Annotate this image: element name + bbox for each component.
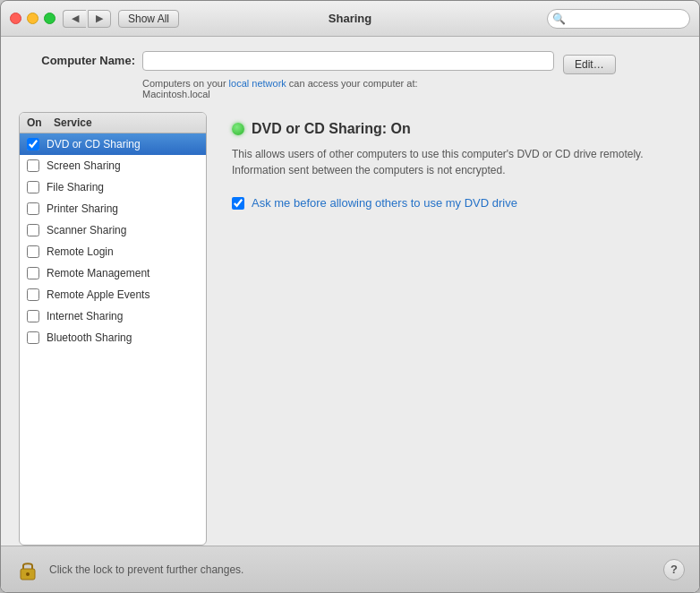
back-button[interactable]: ◀ xyxy=(63,10,86,28)
service-item[interactable]: Bluetooth Sharing xyxy=(20,327,206,348)
local-network-link[interactable]: local network xyxy=(229,78,286,89)
service-item[interactable]: File Sharing xyxy=(20,176,206,198)
hint-address: Macintosh.local xyxy=(142,89,210,99)
nav-buttons: ◀ ▶ xyxy=(63,10,111,28)
service-item[interactable]: Remote Login xyxy=(20,241,206,262)
service-item[interactable]: Remote Apple Events xyxy=(20,284,206,305)
detail-title-row: DVD or CD Sharing: On xyxy=(232,121,667,137)
service-item[interactable]: Screen Sharing xyxy=(20,155,206,176)
search-icon: 🔍 xyxy=(552,13,566,25)
hint-prefix: Computers on your xyxy=(142,78,229,89)
lock-text: Click the lock to prevent further change… xyxy=(49,563,663,576)
service-name-6: Remote Management xyxy=(47,267,149,279)
service-name-3: Printer Sharing xyxy=(47,202,118,215)
computer-name-label: Computer Name: xyxy=(19,51,135,67)
computer-name-input[interactable] xyxy=(142,51,554,71)
detail-title: DVD or CD Sharing: On xyxy=(252,121,411,137)
services-panel: On Service DVD or CD SharingScreen Shari… xyxy=(19,112,207,546)
svg-point-1 xyxy=(26,572,30,576)
service-checkbox-0[interactable] xyxy=(27,138,39,150)
services-col-on: On xyxy=(27,116,54,129)
dvd-drive-checkbox[interactable] xyxy=(232,197,244,210)
status-dot-green xyxy=(232,123,244,135)
service-name-8: Internet Sharing xyxy=(47,310,123,322)
maximize-button[interactable] xyxy=(44,13,55,24)
services-col-service: Service xyxy=(54,116,199,129)
service-item[interactable]: DVD or CD Sharing xyxy=(20,133,206,155)
service-name-7: Remote Apple Events xyxy=(47,288,149,301)
services-list: DVD or CD SharingScreen SharingFile Shar… xyxy=(20,133,206,545)
service-name-1: Screen Sharing xyxy=(47,159,121,172)
services-header: On Service xyxy=(20,113,206,133)
help-button[interactable]: ? xyxy=(663,559,685,580)
service-checkbox-4[interactable] xyxy=(27,224,39,236)
service-name-2: File Sharing xyxy=(47,181,104,193)
hint-suffix: can access your computer at: xyxy=(286,78,418,89)
titlebar: ◀ ▶ Show All Sharing 🔍 xyxy=(1,1,699,37)
service-item[interactable]: Internet Sharing xyxy=(20,305,206,327)
service-checkbox-3[interactable] xyxy=(27,202,39,215)
computer-name-hint: Computers on your local network can acce… xyxy=(142,78,616,99)
detail-description: This allows users of other computers to … xyxy=(232,146,667,178)
service-checkbox-7[interactable] xyxy=(27,288,39,301)
content-area: Computer Name: Edit… Computers on your l… xyxy=(1,37,699,546)
edit-button[interactable]: Edit… xyxy=(563,55,616,74)
computer-name-input-wrapper: Edit… xyxy=(142,51,616,74)
service-name-4: Scanner Sharing xyxy=(47,224,126,236)
service-item[interactable]: Scanner Sharing xyxy=(20,219,206,241)
window-title: Sharing xyxy=(329,12,371,25)
minimize-button[interactable] xyxy=(27,13,38,24)
lock-icon[interactable] xyxy=(15,557,40,582)
service-checkbox-1[interactable] xyxy=(27,159,39,172)
service-name-9: Bluetooth Sharing xyxy=(47,331,132,344)
bottom-bar: Click the lock to prevent further change… xyxy=(1,546,699,592)
show-all-button[interactable]: Show All xyxy=(118,10,179,28)
service-item[interactable]: Printer Sharing xyxy=(20,198,206,219)
detail-option-row: Ask me before allowing others to use my … xyxy=(232,196,667,210)
dvd-drive-label[interactable]: Ask me before allowing others to use my … xyxy=(252,196,517,210)
forward-button[interactable]: ▶ xyxy=(88,10,111,28)
sharing-window: ◀ ▶ Show All Sharing 🔍 Computer Name: Ed… xyxy=(0,0,700,593)
traffic-lights xyxy=(10,13,55,24)
service-checkbox-2[interactable] xyxy=(27,181,39,193)
search-input[interactable] xyxy=(547,9,690,29)
computer-name-field-group: Edit… Computers on your local network ca… xyxy=(142,51,616,99)
service-name-0: DVD or CD Sharing xyxy=(47,138,141,150)
computer-name-row: Computer Name: Edit… Computers on your l… xyxy=(19,51,681,99)
service-checkbox-6[interactable] xyxy=(27,267,39,279)
search-box: 🔍 xyxy=(547,9,690,29)
main-panel: On Service DVD or CD SharingScreen Shari… xyxy=(19,112,681,546)
service-name-5: Remote Login xyxy=(47,245,114,258)
service-checkbox-9[interactable] xyxy=(27,331,39,344)
service-checkbox-5[interactable] xyxy=(27,245,39,258)
close-button[interactable] xyxy=(10,13,21,24)
service-item[interactable]: Remote Management xyxy=(20,262,206,284)
detail-panel: DVD or CD Sharing: On This allows users … xyxy=(218,112,681,546)
service-checkbox-8[interactable] xyxy=(27,310,39,322)
